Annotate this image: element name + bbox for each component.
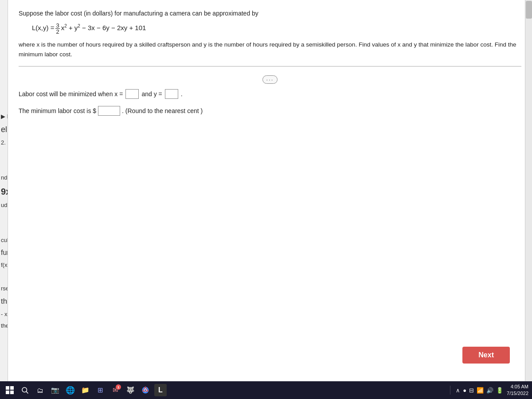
answer-x-input[interactable] <box>125 89 139 99</box>
sidebar-item-10: culus ( <box>0 235 8 246</box>
sidebar-item-6: 9x <box>0 184 8 200</box>
scrollbar-thumb[interactable] <box>526 1 532 19</box>
svg-point-4 <box>22 387 27 392</box>
answer-row1-prefix: Labor cost will be minimized when x = <box>19 90 123 98</box>
content-area: Suppose the labor cost (in dollars) for … <box>8 0 532 381</box>
taskbar-time: 4:05 AM <box>507 383 528 390</box>
answer-row1-middle: and y = <box>141 90 162 98</box>
answer-row-2: The minimum labor cost is $ . (Round to … <box>19 106 521 116</box>
description-text: where x is the number of hours required … <box>19 40 521 59</box>
expand-dots-button[interactable]: ··· <box>262 75 278 84</box>
taskbar-l-icon[interactable]: L <box>154 384 167 396</box>
sidebar-content: ▶ E el 2. ( nd-a 9x udent culus ( funct … <box>0 0 8 332</box>
svg-rect-2 <box>6 391 9 394</box>
taskbar-dot-icon: ● <box>463 387 466 394</box>
svg-rect-0 <box>6 386 9 390</box>
sidebar-item-17: the point <box>0 320 8 332</box>
svg-rect-3 <box>10 391 14 394</box>
taskbar-mail-icon[interactable]: ✉ 1 <box>109 384 121 396</box>
sidebar-item-13 <box>0 271 8 282</box>
answer-row-1: Labor cost will be minimized when x = an… <box>19 89 521 99</box>
sidebar-item-8 <box>0 211 8 223</box>
taskbar-dog-icon[interactable]: 🐺 <box>124 384 137 396</box>
taskbar-kbd-icon[interactable]: ⊟ <box>469 387 474 394</box>
sidebar-item-9 <box>0 223 8 235</box>
sidebar-item-1: el <box>0 122 8 137</box>
taskbar-battery-icon[interactable]: 🔋 <box>496 387 503 394</box>
taskbar-edge-icon[interactable]: 🌐 <box>64 384 76 396</box>
svg-line-5 <box>26 391 28 393</box>
answer-row2-prefix: The minimum labor cost is $ <box>19 107 96 114</box>
taskbar-separator <box>450 386 450 395</box>
formula-rest: x2 + y2 − 3x − 6y − 2xy + 101 <box>61 23 146 31</box>
formula-lxy: L(x,y) = <box>32 24 54 31</box>
sidebar-item-5: nd-a <box>0 172 8 184</box>
next-button[interactable]: Next <box>462 347 510 364</box>
formula-line: L(x,y) = 3 2 x2 + y2 − 3x − 6y − 2xy + 1… <box>32 23 521 35</box>
taskbar-time-display: 4:05 AM 7/15/2022 <box>507 383 528 397</box>
taskbar-search-icon[interactable] <box>19 384 31 396</box>
taskbar-file-icon[interactable]: 🗂 <box>34 384 46 396</box>
sidebar-item-14: rses › lec <box>0 283 8 294</box>
answer-cost-input[interactable] <box>98 106 120 116</box>
taskbar-right: ∧ ● ⊟ 📶 🔊 🔋 4:05 AM 7/15/2022 <box>448 383 528 397</box>
taskbar-grid-icon[interactable]: ⊞ <box>94 384 106 396</box>
taskbar: 🗂 📷 🌐 📁 ⊞ ✉ 1 🐺 L ∧ ● ⊟ 📶 🔊 🔋 4:05 AM 7/… <box>0 381 532 399</box>
taskbar-date: 7/15/2022 <box>507 390 528 397</box>
sidebar-item-16: - x0) + fy <box>0 309 8 320</box>
expand-dots-container: ··· <box>19 75 521 84</box>
section-divider <box>19 66 521 66</box>
answer-row2-suffix: . (Round to the nearest cent ) <box>122 107 203 114</box>
main-window: ▶ E el 2. ( nd-a 9x udent culus ( funct … <box>0 0 532 381</box>
taskbar-camera-icon[interactable]: 📷 <box>49 384 61 396</box>
taskbar-folder-icon[interactable]: 📁 <box>79 384 91 396</box>
taskbar-chrome-icon[interactable] <box>139 384 152 396</box>
taskbar-caret-icon[interactable]: ∧ <box>456 387 460 394</box>
sidebar-item-0: ▶ E <box>0 111 8 122</box>
sidebar-item-7: udent <box>0 200 8 211</box>
svg-rect-1 <box>10 386 14 390</box>
question-intro: Suppose the labor cost (in dollars) for … <box>19 9 521 18</box>
taskbar-wifi-icon[interactable]: 📶 <box>477 387 484 394</box>
taskbar-sys-icons: ∧ ● ⊟ 📶 🔊 🔋 <box>456 387 503 394</box>
scrollbar[interactable] <box>525 0 532 381</box>
left-sidebar: ▶ E el 2. ( nd-a 9x udent culus ( funct … <box>0 0 8 381</box>
sidebar-item-3 <box>0 149 8 160</box>
taskbar-sound-icon[interactable]: 🔊 <box>486 387 493 394</box>
taskbar-windows-icon[interactable] <box>4 384 16 396</box>
sidebar-item-2: 2. ( <box>0 137 8 149</box>
sidebar-item-15: the Ge <box>0 294 8 309</box>
answer-row1-suffix: . <box>181 90 183 98</box>
sidebar-item-11: funct <box>0 246 8 259</box>
answer-y-input[interactable] <box>165 89 178 99</box>
sidebar-item-12: f(x,y)= <box>0 259 8 271</box>
sidebar-item-4 <box>0 160 8 172</box>
fraction-display: 3 2 <box>55 23 60 35</box>
